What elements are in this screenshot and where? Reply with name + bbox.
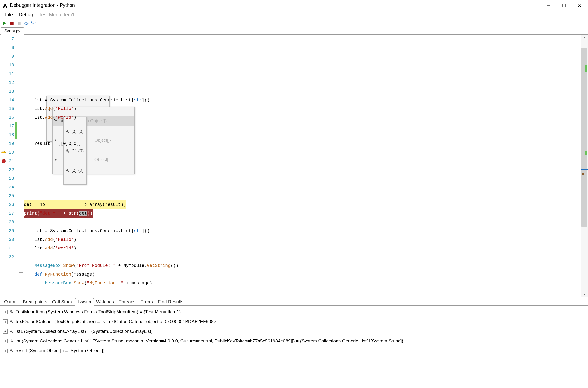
minimap-change-mark: [585, 151, 587, 155]
wrench-icon: [9, 329, 14, 334]
locals-text: textOutputCatcher (TextOutputCatcher) = …: [16, 319, 218, 324]
locals-row[interactable]: +lst1 (System.Collections.ArrayList) = {…: [1, 326, 587, 336]
bottom-tab-watches[interactable]: Watches: [94, 298, 116, 305]
editor-area: 7891011121314151617181920212223242526272…: [0, 35, 588, 297]
step-over-button[interactable]: [24, 20, 29, 26]
expand-icon[interactable]: +: [3, 348, 7, 353]
pause-button[interactable]: [16, 20, 22, 26]
locals-panel[interactable]: +TestMenuItem (System.Windows.Forms.Tool…: [0, 305, 588, 388]
expand-icon[interactable]: +: [3, 339, 7, 343]
bottom-tab-locals[interactable]: Locals: [75, 298, 94, 306]
bottom-panel-tabs: OutputBreakpointsCall StackLocalsWatches…: [0, 297, 588, 305]
locals-row[interactable]: +result (System.Object[]) = {System.Obje…: [1, 346, 587, 356]
expand-icon[interactable]: +: [3, 329, 7, 334]
scroll-up-icon[interactable]: [581, 35, 588, 40]
minimize-button[interactable]: [541, 0, 556, 10]
svg-rect-5: [563, 4, 565, 7]
bottom-tab-find-results[interactable]: Find Results: [156, 298, 186, 305]
expand-icon[interactable]: +: [3, 319, 7, 324]
vertical-scrollbar[interactable]: [581, 35, 588, 297]
gutter-line-numbers: 7891011121314151617181920212223242526272…: [7, 35, 15, 297]
app-logo-icon: [2, 2, 8, 8]
debug-toolbar: [0, 19, 588, 27]
editor-tabstrip: Script.py: [0, 27, 588, 35]
gutter-change-bar: [15, 35, 17, 297]
menu-test-item[interactable]: Test Menu Item1: [36, 10, 77, 19]
gutter-markers[interactable]: [0, 35, 7, 297]
close-button[interactable]: [572, 0, 587, 10]
tab-script[interactable]: Script.py: [1, 27, 24, 35]
maximize-button[interactable]: [556, 0, 572, 10]
run-button[interactable]: [2, 20, 7, 26]
code-content[interactable]: result {System.Object[]} [0] {System.Obj…: [17, 35, 588, 297]
expand-icon[interactable]: +: [3, 310, 7, 314]
scroll-track[interactable]: [581, 40, 588, 291]
minimap-change-mark: [585, 65, 587, 72]
scroll-down-icon[interactable]: [581, 291, 588, 297]
scroll-thumb[interactable]: [582, 48, 587, 227]
bottom-tab-call-stack[interactable]: Call Stack: [49, 298, 75, 305]
locals-row[interactable]: +textOutputCatcher (TextOutputCatcher) =…: [1, 317, 587, 326]
locals-text: result (System.Object[]) = {System.Objec…: [16, 348, 105, 353]
wrench-icon: [9, 319, 14, 324]
minimap-caret-mark: [581, 169, 588, 170]
bottom-tab-threads[interactable]: Threads: [116, 298, 138, 305]
bottom-tab-output[interactable]: Output: [2, 298, 20, 305]
menubar: File Debug Test Menu Item1: [0, 10, 588, 19]
titlebar: Debugger Integration - Python: [0, 0, 588, 10]
menu-debug[interactable]: Debug: [16, 10, 36, 19]
app-window: Debugger Integration - Python File Debug…: [0, 0, 588, 388]
window-controls: [541, 0, 587, 10]
minimap-bp-mark: [582, 173, 584, 175]
menu-file[interactable]: File: [2, 10, 16, 19]
breakpoint-icon[interactable]: [2, 159, 6, 163]
wrench-icon: [9, 348, 14, 353]
locals-row[interactable]: +TestMenuItem (System.Windows.Forms.Tool…: [1, 307, 587, 317]
fold-toggle-icon[interactable]: −: [19, 272, 23, 276]
locals-text: TestMenuItem (System.Windows.Forms.ToolS…: [16, 309, 181, 315]
code-editor[interactable]: 7891011121314151617181920212223242526272…: [0, 35, 588, 297]
locals-text: lst (System.Collections.Generic.List`1[[…: [16, 338, 403, 344]
window-title: Debugger Integration - Python: [10, 2, 75, 8]
stop-button[interactable]: [9, 20, 15, 26]
bottom-tab-breakpoints[interactable]: Breakpoints: [20, 298, 49, 305]
wrench-icon: [9, 339, 14, 343]
locals-row[interactable]: +lst (System.Collections.Generic.List`1[…: [1, 336, 587, 346]
locals-text: lst1 (System.Collections.ArrayList) = {S…: [16, 329, 153, 334]
wrench-icon: [9, 310, 14, 314]
bottom-tab-errors[interactable]: Errors: [138, 298, 156, 305]
step-into-button[interactable]: [31, 20, 37, 26]
